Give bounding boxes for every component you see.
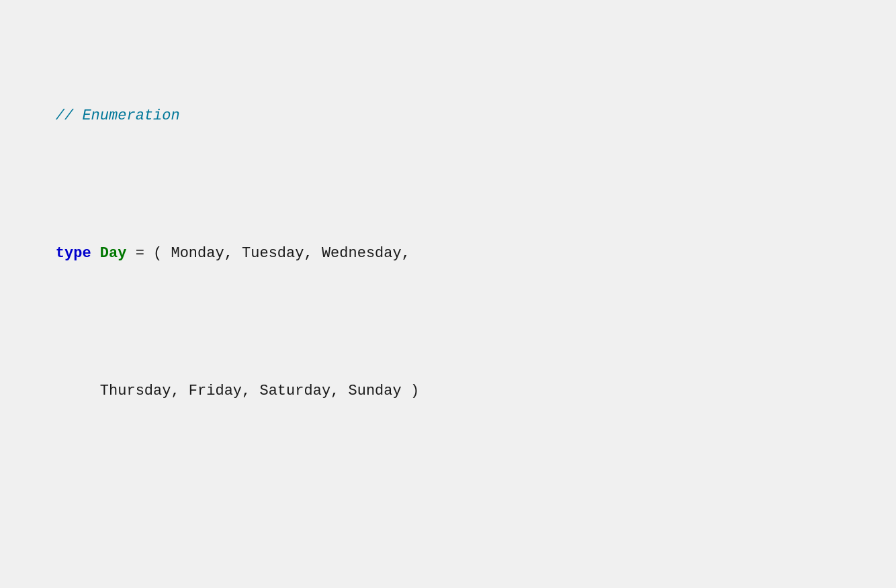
type-declaration-line2: Thursday, Friday, Saturday, Sunday ) — [20, 356, 876, 425]
comment-enumeration: // Enumeration — [20, 82, 876, 150]
blank-1 — [20, 494, 876, 517]
code-editor: // Enumeration type Day = ( Monday, Tues… — [20, 13, 876, 588]
type-declaration-line1: type Day = ( Monday, Tuesday, Wednesday, — [20, 219, 876, 288]
suche-signature: suche(↓liste[1:n] ↓int länge ↓x ↑int i) … — [20, 585, 876, 588]
